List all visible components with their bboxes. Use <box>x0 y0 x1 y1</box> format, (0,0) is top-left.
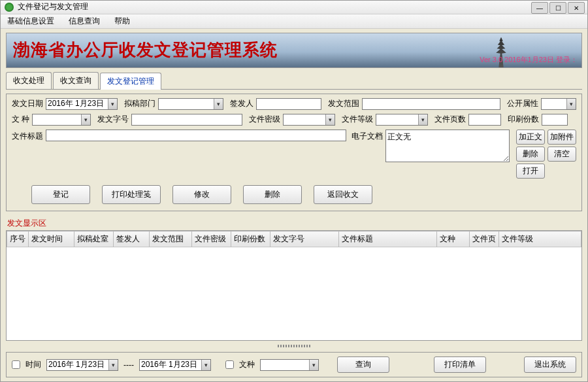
delete-button[interactable]: 删除 <box>243 185 302 204</box>
date-to-picker[interactable]: 2016年 1月23日 ▾ <box>139 359 211 371</box>
time-label: 时间 <box>25 359 41 370</box>
window-controls: — ☐ ✕ <box>531 2 585 14</box>
chevron-down-icon[interactable]: ▾ <box>566 99 576 109</box>
print-bag-button[interactable]: 打印处理笺 <box>102 185 161 204</box>
col-kind[interactable]: 文种 <box>437 231 470 247</box>
form-row-1: 发文日期 2016年 1月23日 ▾ 拟稿部门 ▾ 签发人 发文范围 公开属性 … <box>12 98 576 110</box>
date-to-value: 2016年 1月23日 <box>140 359 201 370</box>
grade-label: 文件等级 <box>342 114 373 125</box>
footer-panel: 时间 2016年 1月23日 ▾ ---- 2016年 1月23日 ▾ 文种 ▾… <box>6 352 582 377</box>
form-panel: 发文日期 2016年 1月23日 ▾ 拟稿部门 ▾ 签发人 发文范围 公开属性 … <box>6 94 582 211</box>
col-grade[interactable]: 文件等级 <box>499 231 581 247</box>
delete-attach-button[interactable]: 删除 <box>516 147 545 162</box>
kind-checkbox[interactable] <box>225 360 234 369</box>
print-list-button[interactable]: 打印清单 <box>434 356 486 373</box>
signer-label: 签发人 <box>230 98 253 109</box>
pages-input[interactable] <box>468 114 501 126</box>
title-bar: 文件登记与发文管理 — ☐ ✕ <box>1 1 587 14</box>
col-title[interactable]: 文件标题 <box>339 231 437 247</box>
modify-button[interactable]: 修改 <box>172 185 231 204</box>
open-button[interactable]: 打开 <box>516 164 545 179</box>
banner: 渤海省办公厅收发文登记管理系统 Ver 3.0 2016年1月23日 登录： <box>6 33 582 68</box>
close-button[interactable]: ✕ <box>568 2 585 14</box>
title-label: 文件标题 <box>12 130 43 142</box>
range-sep: ---- <box>123 360 134 370</box>
chevron-down-icon[interactable]: ▾ <box>325 114 335 125</box>
time-checkbox[interactable] <box>12 360 20 369</box>
menu-help[interactable]: 帮助 <box>112 14 133 28</box>
chevron-down-icon[interactable]: ▾ <box>81 114 90 125</box>
open-combo[interactable]: ▾ <box>541 98 576 110</box>
docno-input[interactable] <box>131 114 242 126</box>
exit-button[interactable]: 退出系统 <box>524 356 576 373</box>
tab-send-register[interactable]: 发文登记管理 <box>100 73 161 90</box>
tab-receive-process[interactable]: 收文处理 <box>6 72 52 89</box>
secret-label: 文件密级 <box>249 114 280 125</box>
kind-label: 文 种 <box>12 114 29 125</box>
grade-combo[interactable]: ▾ <box>376 114 428 126</box>
form-row-2: 文 种 ▾ 发文字号 文件密级 ▾ 文件等级 ▾ 文件页数 印刷份数 <box>12 114 576 126</box>
add-body-button[interactable]: 加正文 <box>516 130 545 145</box>
window-title: 文件登记与发文管理 <box>18 1 88 12</box>
col-secret[interactable]: 文件密级 <box>192 231 231 247</box>
edoc-textarea[interactable] <box>385 130 510 162</box>
col-scope[interactable]: 发文范围 <box>150 231 192 247</box>
version-text: Ver 3.0 2016年1月23日 登录： <box>480 55 578 65</box>
action-button-bar: 登记 打印处理笺 修改 删除 返回收文 <box>12 182 576 207</box>
chevron-down-icon[interactable]: ▾ <box>108 99 117 109</box>
col-signer[interactable]: 签发人 <box>114 231 150 247</box>
col-sendtime[interactable]: 发文时间 <box>29 231 74 247</box>
scope-label: 发文范围 <box>328 98 359 109</box>
col-pages[interactable]: 文件页 <box>470 231 499 247</box>
maximize-button[interactable]: ☐ <box>549 2 566 14</box>
open-label: 公开属性 <box>507 98 538 109</box>
scope-input[interactable] <box>362 98 500 110</box>
grid-title: 发文显示区 <box>7 218 581 229</box>
system-title: 渤海省办公厅收发文登记管理系统 <box>13 39 278 61</box>
chevron-down-icon[interactable]: ▾ <box>201 360 210 370</box>
drafter-combo[interactable]: ▾ <box>158 98 223 110</box>
col-copies[interactable]: 印刷份数 <box>231 231 270 247</box>
return-button[interactable]: 返回收文 <box>314 185 372 204</box>
copies-input[interactable] <box>542 114 568 126</box>
signer-input[interactable] <box>256 98 321 110</box>
title-input[interactable] <box>46 130 346 141</box>
chevron-down-icon[interactable]: ▾ <box>418 114 427 125</box>
chevron-down-icon[interactable]: ▾ <box>108 360 118 370</box>
grid-table: 序号 发文时间 拟稿处室 签发人 发文范围 文件密级 印刷份数 发文字号 文件标… <box>7 231 581 247</box>
register-button[interactable]: 登记 <box>31 185 90 204</box>
chevron-down-icon[interactable]: ▾ <box>309 360 318 370</box>
edoc-button-column: 加正文 加附件 删除 清空 打开 <box>516 130 576 179</box>
data-grid[interactable]: 序号 发文时间 拟稿处室 签发人 发文范围 文件密级 印刷份数 发文字号 文件标… <box>6 230 582 341</box>
date-label: 发文日期 <box>12 98 43 109</box>
query-button[interactable]: 查询 <box>337 356 389 373</box>
minimize-button[interactable]: — <box>531 2 548 14</box>
menu-query[interactable]: 信息查询 <box>66 14 103 28</box>
col-drafter[interactable]: 拟稿处室 <box>74 231 114 247</box>
date-from-picker[interactable]: 2016年 1月23日 ▾ <box>46 359 118 371</box>
chevron-down-icon[interactable]: ▾ <box>214 99 223 109</box>
copies-label: 印刷份数 <box>508 114 539 125</box>
date-from-value: 2016年 1月23日 <box>47 359 108 370</box>
date-picker[interactable]: 2016年 1月23日 ▾ <box>46 98 118 110</box>
col-docno[interactable]: 发文字号 <box>270 231 339 247</box>
pages-label: 文件页数 <box>434 114 466 125</box>
kind-combo-footer[interactable]: ▾ <box>260 359 319 371</box>
col-index[interactable]: 序号 <box>7 231 29 247</box>
menu-bar: 基础信息设置 信息查询 帮助 <box>1 14 587 29</box>
secret-combo[interactable]: ▾ <box>283 114 335 126</box>
menu-basic[interactable]: 基础信息设置 <box>5 14 57 28</box>
grid-header-row: 序号 发文时间 拟稿处室 签发人 发文范围 文件密级 印刷份数 发文字号 文件标… <box>7 231 581 247</box>
app-icon <box>5 3 14 12</box>
add-attach-button[interactable]: 加附件 <box>547 130 576 145</box>
kind-combo[interactable]: ▾ <box>32 114 91 126</box>
date-value: 2016年 1月23日 <box>46 98 108 109</box>
app-window: 文件登记与发文管理 — ☐ ✕ 基础信息设置 信息查询 帮助 渤海省办公厅收发文… <box>0 0 588 382</box>
grip-icon <box>278 345 310 347</box>
splitter[interactable] <box>6 343 582 348</box>
docno-label: 发文字号 <box>97 114 129 125</box>
edoc-label: 电子文档 <box>351 130 383 142</box>
tab-receive-query[interactable]: 收文查询 <box>53 72 99 89</box>
kind-label-footer: 文种 <box>239 359 255 370</box>
clear-button[interactable]: 清空 <box>547 147 576 162</box>
